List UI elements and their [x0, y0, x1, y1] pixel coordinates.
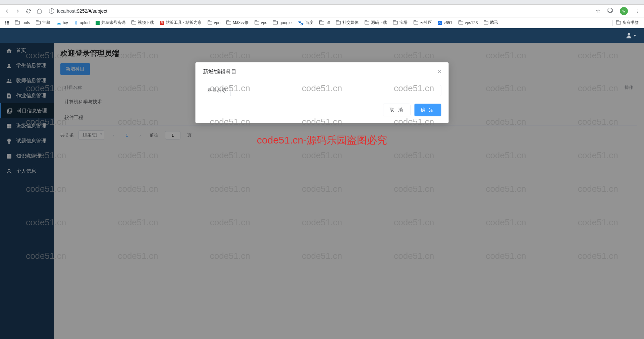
home-button[interactable]: [36, 8, 42, 14]
url-bar[interactable]: i localhost:9252/#/subject: [49, 8, 107, 14]
extensions-icon[interactable]: [607, 7, 613, 15]
bookmark-baota[interactable]: 宝塔: [393, 20, 408, 25]
bookmark-video-dl[interactable]: 视频下载: [131, 20, 154, 25]
bookmark-vpn[interactable]: vpn: [208, 20, 220, 25]
bookmark-maxcloud[interactable]: Max云修: [226, 20, 249, 25]
cancel-button[interactable]: 取 消: [383, 104, 411, 116]
browser-menu-icon[interactable]: ⋮: [635, 8, 640, 14]
bookmark-social[interactable]: 社交媒体: [336, 20, 359, 25]
dialog-close-icon[interactable]: ×: [438, 68, 441, 75]
bookmark-cloud-community[interactable]: 云社区: [414, 20, 432, 25]
bookmark-shared-pwd[interactable]: 共享账号密码: [96, 20, 125, 25]
app-header: ▾: [0, 28, 644, 43]
confirm-button[interactable]: 确 定: [415, 104, 441, 116]
browser-toolbar: i localhost:9252/#/subject ☆ w ⋮: [0, 5, 644, 17]
bookmark-webmaster[interactable]: 站站长工具 - 站长之家: [160, 20, 202, 25]
bookmark-star-icon[interactable]: ☆: [596, 8, 600, 14]
subject-dialog: 新增/编辑科目 × 科目名称 取 消 确 定: [196, 62, 449, 123]
subject-name-input[interactable]: [230, 85, 441, 96]
bookmark-source-dl[interactable]: 源码下载: [365, 20, 387, 25]
reload-button[interactable]: [25, 8, 32, 14]
forward-button[interactable]: [15, 8, 21, 14]
profile-avatar[interactable]: w: [620, 7, 628, 15]
bookmark-uplod[interactable]: ⇧uplod: [74, 20, 90, 25]
bookmark-separator: [612, 20, 613, 26]
bookmark-aff[interactable]: aff: [319, 20, 330, 25]
site-info-icon[interactable]: i: [49, 8, 54, 14]
subject-name-label: 科目名称: [203, 88, 226, 94]
svg-point-0: [628, 33, 630, 36]
bookmark-google[interactable]: google: [273, 20, 291, 25]
user-menu[interactable]: ▾: [625, 32, 636, 39]
bookmark-baidu[interactable]: 🐾百度: [298, 20, 313, 25]
bookmarks-bar: tools 宝藏 ☁txy ⇧uplod 共享账号密码 视频下载 站站长工具 -…: [0, 17, 644, 28]
bookmark-tencent[interactable]: 腾讯: [484, 20, 498, 25]
bookmark-vps[interactable]: vps: [255, 20, 267, 25]
dialog-title: 新增/编辑科目: [203, 68, 236, 75]
bookmark-txy[interactable]: ☁txy: [56, 20, 68, 25]
bookmark-vps123[interactable]: vps123: [459, 20, 478, 25]
bookmark-v651[interactable]: 人v651: [438, 20, 452, 25]
all-bookmarks[interactable]: 所有书签: [616, 20, 639, 25]
bookmark-treasure[interactable]: 宝藏: [36, 20, 50, 25]
bookmark-tools[interactable]: tools: [15, 20, 30, 25]
apps-shortcut[interactable]: [5, 21, 9, 24]
browser-tab-strip: [0, 0, 644, 5]
url-text: localhost:9252/#/subject: [57, 8, 107, 14]
back-button[interactable]: [4, 8, 10, 14]
